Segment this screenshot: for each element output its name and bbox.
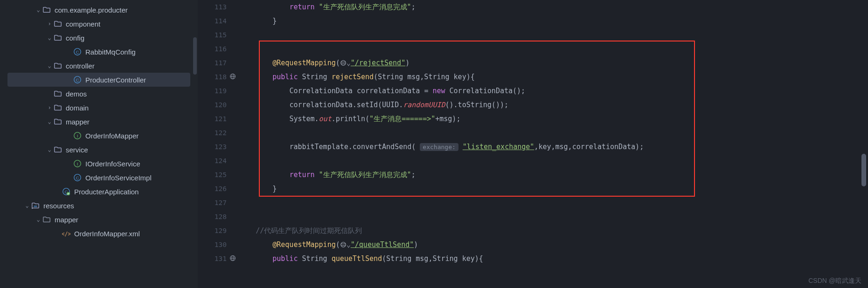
line-number: 123 bbox=[198, 140, 227, 154]
project-tree[interactable]: ⌄com.example.producter›component⌄configC… bbox=[0, 0, 198, 288]
folder-icon bbox=[53, 89, 62, 98]
tree-item-label: resources bbox=[43, 202, 74, 210]
line-number: 128 bbox=[198, 210, 227, 224]
tree-item-controller[interactable]: ⌄controller bbox=[0, 59, 198, 73]
line-number: 116 bbox=[198, 42, 227, 56]
tree-item-label: component bbox=[66, 20, 100, 28]
svg-text:I: I bbox=[77, 133, 78, 138]
method-name: rejectSend bbox=[332, 73, 374, 81]
tree-item-productercontroller[interactable]: CProducterController bbox=[7, 73, 190, 87]
line-number: 129 bbox=[198, 224, 227, 238]
method-name: queueTtlSend bbox=[332, 254, 382, 263]
variable: correlationData bbox=[357, 87, 420, 95]
gutter: 1131141151161171181191201211221231241251… bbox=[198, 0, 239, 288]
folder-icon bbox=[53, 20, 62, 28]
tree-item-label: demos bbox=[66, 90, 87, 98]
folder-plain-icon bbox=[42, 215, 51, 224]
param-hint: exchange: bbox=[420, 143, 458, 151]
line-number: 119 bbox=[198, 84, 227, 98]
line-number: 113 bbox=[198, 0, 227, 14]
line-number: 122 bbox=[198, 126, 227, 140]
annotation: @RequestMapping bbox=[272, 240, 335, 249]
tree-item-orderinfoserviceimpl[interactable]: COrderInfoServiceImpl bbox=[0, 171, 198, 185]
string-literal: "生产消息======>" bbox=[369, 115, 435, 123]
tree-item-mapper[interactable]: ⌄mapper bbox=[0, 115, 198, 129]
chevron-right-icon: › bbox=[46, 104, 53, 111]
line-number: 118 bbox=[198, 70, 227, 84]
tree-item-label: config bbox=[66, 34, 84, 42]
code-area[interactable]: return "生产死信队列生产消息完成"; } @RequestMapping… bbox=[239, 0, 868, 288]
type: String bbox=[302, 254, 327, 263]
svg-text:</>: </> bbox=[62, 231, 70, 237]
svg-text:C: C bbox=[76, 49, 79, 55]
url-path[interactable]: "/rejectSend" bbox=[351, 59, 405, 67]
tree-item-mapper[interactable]: ⌄mapper bbox=[0, 213, 198, 226]
class-c-icon: C bbox=[73, 173, 82, 182]
tree-item-label: ProducterController bbox=[85, 76, 146, 84]
class-s-icon: C bbox=[62, 187, 71, 196]
string-literal: "生产死信队列生产消息完成" bbox=[319, 3, 411, 11]
res-icon bbox=[31, 201, 40, 210]
annotation: @RequestMapping bbox=[272, 59, 335, 67]
tree-item-resources[interactable]: ⌄resources bbox=[0, 199, 198, 213]
line-number: 125 bbox=[198, 168, 227, 182]
tree-scrollbar[interactable] bbox=[193, 37, 197, 75]
code-editor[interactable]: 1131141151161171181191201211221231241251… bbox=[198, 0, 868, 288]
class-c-icon: C bbox=[73, 75, 82, 84]
tree-item-component[interactable]: ›component bbox=[0, 17, 198, 31]
string-literal: "listen_exchange" bbox=[463, 143, 535, 151]
globe-inline-icon bbox=[340, 241, 347, 248]
tree-item-iorderinfoservice[interactable]: IIOrderInfoService bbox=[0, 157, 198, 171]
line-number: 126 bbox=[198, 182, 227, 196]
params: (String msg,String key){ bbox=[382, 254, 483, 263]
tree-item-producterapplication[interactable]: CProducterApplication bbox=[0, 185, 198, 199]
tree-item-orderinfomapper-xml[interactable]: </>OrderInfoMapper.xml bbox=[0, 226, 198, 240]
folder-icon bbox=[53, 145, 62, 154]
tree-item-label: OrderInfoMapper.xml bbox=[74, 230, 140, 238]
globe-icon bbox=[229, 255, 236, 261]
tree-item-orderinfomapper[interactable]: IOrderInfoMapper bbox=[0, 129, 198, 143]
svg-rect-13 bbox=[34, 206, 37, 207]
println: .println( bbox=[332, 115, 369, 123]
editor-scrollbar[interactable] bbox=[861, 154, 866, 186]
url-path[interactable]: "/queueTtlSend" bbox=[351, 240, 414, 249]
tree-item-rabbitmqconfig[interactable]: CRabbitMqConfig bbox=[0, 45, 198, 59]
line-number: 127 bbox=[198, 196, 227, 210]
xml-icon: </> bbox=[62, 229, 71, 238]
folder-icon bbox=[53, 62, 62, 70]
chevron-down-icon: ⌄ bbox=[46, 118, 53, 125]
tree-item-domain[interactable]: ›domain bbox=[0, 101, 198, 115]
static-method: randomUUID bbox=[403, 101, 445, 109]
code: ,key,msg,correlationData); bbox=[534, 143, 644, 151]
class-c-icon: C bbox=[73, 48, 82, 56]
tree-item-label: mapper bbox=[55, 216, 78, 224]
tree-item-config[interactable]: ⌄config bbox=[0, 31, 198, 45]
chevron-down-icon: ⌄ bbox=[35, 216, 42, 223]
chevron-down-icon: ⌄ bbox=[46, 34, 53, 41]
chevron-down-icon: ⌄ bbox=[46, 62, 53, 69]
svg-text:C: C bbox=[76, 175, 79, 180]
tree-item-demos[interactable]: demos bbox=[0, 87, 198, 101]
class-i-icon: I bbox=[73, 131, 82, 140]
tree-item-service[interactable]: ⌄service bbox=[0, 143, 198, 157]
keyword-public: public bbox=[272, 73, 298, 81]
line-number: 130 bbox=[198, 238, 227, 252]
type: CorrelationData bbox=[289, 87, 352, 95]
type: String bbox=[302, 73, 327, 81]
keyword-return: return bbox=[289, 3, 314, 11]
line-number: 117 bbox=[198, 56, 227, 70]
folder-icon bbox=[53, 117, 62, 126]
chevron-down-icon: ⌄ bbox=[23, 202, 31, 209]
svg-point-22 bbox=[341, 242, 346, 247]
folder-icon bbox=[42, 6, 51, 14]
tree-item-com-example-producter[interactable]: ⌄com.example.producter bbox=[0, 3, 198, 17]
string-literal: "生产死信队列生产消息完成" bbox=[319, 171, 411, 179]
system: System. bbox=[289, 115, 319, 123]
folder-icon bbox=[53, 34, 62, 42]
line-number: 121 bbox=[198, 112, 227, 126]
folder-icon bbox=[53, 103, 62, 112]
tree-item-label: controller bbox=[66, 62, 95, 70]
tree-item-label: domain bbox=[66, 104, 89, 112]
ctor: CorrelationData() bbox=[450, 87, 521, 95]
watermark: CSDN @暗武逢天 bbox=[808, 277, 861, 285]
